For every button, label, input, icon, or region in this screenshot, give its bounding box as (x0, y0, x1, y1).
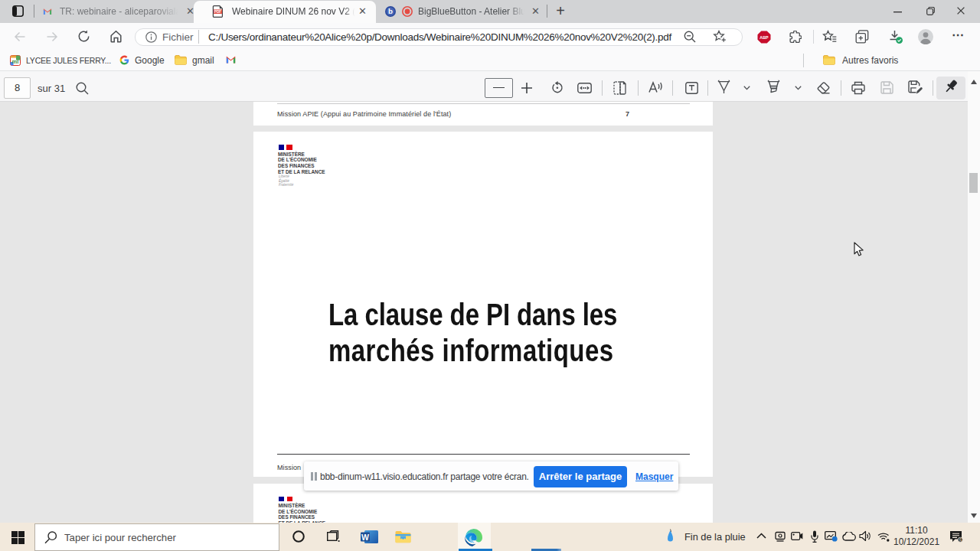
svg-text:W: W (361, 533, 369, 542)
svg-text:PDF: PDF (214, 10, 222, 14)
svg-text:b: b (388, 7, 393, 15)
svg-text:ABP: ABP (760, 35, 769, 40)
svg-text:6: 6 (959, 537, 962, 542)
svg-text:ml: ml (12, 58, 19, 65)
